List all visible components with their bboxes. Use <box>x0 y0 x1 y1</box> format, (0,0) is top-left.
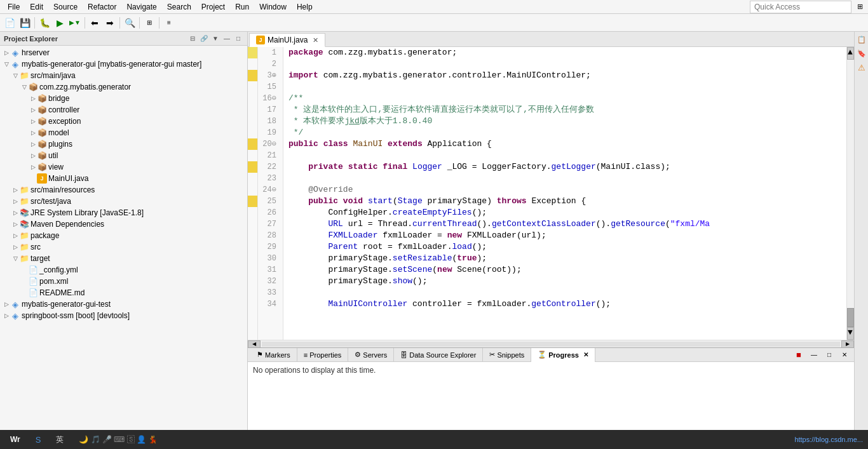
restore-button[interactable]: ⊞ <box>854 1 865 13</box>
tree-item-bridge[interactable]: ▷ 📦 bridge <box>0 93 247 104</box>
menu-window[interactable]: Window <box>254 1 292 13</box>
tree-item-maven[interactable]: ▷ 📚 Maven Dependencies <box>0 218 247 230</box>
tree-item-pom-xml[interactable]: 📄 pom.xml <box>0 276 247 287</box>
marker-28 <box>248 230 257 241</box>
tree-item-util[interactable]: ▷ 📦 util <box>0 150 247 161</box>
tree-item-target[interactable]: ▽ 📁 target <box>0 253 247 264</box>
bottom-tab-properties[interactable]: ≡ Properties <box>297 348 349 362</box>
tree-item-config-yml[interactable]: 📄 _config.yml <box>0 264 247 276</box>
bottom-tab-servers[interactable]: ⚙ Servers <box>348 348 394 362</box>
taskbar-lang[interactable]: S <box>31 434 46 446</box>
code-line-33 <box>288 287 846 298</box>
bottom-tab-markers-label: Markers <box>265 351 290 359</box>
menu-help[interactable]: Help <box>292 1 318 13</box>
stop-btn[interactable]: ■ <box>792 348 806 362</box>
tree-item-src-main-java[interactable]: ▽ 📁 src/main/java <box>0 70 247 81</box>
tree-item-springboot-ssm[interactable]: ▷ ◈ springboot-ssm [boot] [devtools] <box>0 310 247 321</box>
right-btn-3[interactable]: ⚠ <box>855 61 868 74</box>
bottom-tab-progress[interactable]: ⏳ Progress ✕ <box>531 348 595 362</box>
hscroll-right[interactable]: ▶ <box>841 340 854 348</box>
tree-item-package-root[interactable]: ▽ 📦 com.zzg.mybatis.generator <box>0 81 247 93</box>
next-edit-button[interactable]: ➡ <box>103 16 117 30</box>
minimize-icon[interactable]: — <box>222 34 232 44</box>
tree-arrow-plugins: ▷ <box>29 141 37 147</box>
tree-item-model[interactable]: ▷ 📦 model <box>0 127 247 138</box>
tree-item-src-test-java[interactable]: ▷ 📁 src/test/java <box>0 196 247 207</box>
tree-item-controller[interactable]: ▷ 📦 controller <box>0 104 247 116</box>
bottom-tabs-right: ■ — □ ✕ <box>792 348 854 362</box>
new-button[interactable]: 📄 <box>3 16 17 30</box>
right-btn-2[interactable]: 🔖 <box>855 47 868 60</box>
ln-34: 34 <box>258 298 279 310</box>
right-btn-1[interactable]: 📋 <box>855 33 868 46</box>
tree-item-src-main-resources[interactable]: ▷ 📁 src/main/resources <box>0 184 247 196</box>
tree-item-jre[interactable]: ▷ 📚 JRE System Library [JavaSE-1.8] <box>0 207 247 218</box>
code-editor[interactable]: 1 2 3⊕ 15 16⊖ 17 18 19 20⊖ 21 22 23 24⊖ … <box>248 47 854 340</box>
menu-source[interactable]: Source <box>48 1 83 13</box>
save-button[interactable]: 💾 <box>18 16 32 30</box>
tree-arrow-springboot-ssm: ▷ <box>3 312 10 319</box>
scrollbar-thumb[interactable] <box>847 308 854 327</box>
horizontal-scrollbar[interactable]: ◀ ▶ <box>248 340 854 347</box>
tree-item-readme[interactable]: 📄 README.md <box>0 287 247 298</box>
ln-20: 20⊖ <box>258 138 279 150</box>
editor-tab-close[interactable]: ✕ <box>313 36 318 44</box>
maximize-icon[interactable]: □ <box>233 34 243 44</box>
menu-project[interactable]: Project <box>196 1 230 13</box>
bottom-tab-snippets[interactable]: ✂ Snippets <box>483 348 531 362</box>
minimize-view-btn[interactable]: — <box>807 348 821 362</box>
tree-item-mybatis-gui[interactable]: ▽ ◈ mybatis-generator-gui [mybatis-gener… <box>0 58 247 70</box>
src-icon-main-java: 📁 <box>19 70 29 81</box>
menu-refactor[interactable]: Refactor <box>83 1 121 13</box>
editor-tab-mainui[interactable]: J MainUI.java ✕ <box>249 33 325 47</box>
tree-item-plugins[interactable]: ▷ 📦 plugins <box>0 138 247 150</box>
tree-arrow-src-folder: ▷ <box>11 244 19 250</box>
taskbar-input-mode[interactable]: 英 <box>51 433 69 446</box>
bottom-tab-datasource[interactable]: 🗄 Data Source Explorer <box>394 348 483 362</box>
search-btn[interactable]: 🔍 <box>123 16 137 30</box>
run-button[interactable]: ▶ <box>53 16 67 30</box>
menu-bar: File Edit Source Refactor Navigate Searc… <box>0 0 868 14</box>
link-editor-icon[interactable]: 🔗 <box>199 34 209 44</box>
hscroll-left[interactable]: ◀ <box>248 340 261 348</box>
tree-item-exception[interactable]: ▷ 📦 exception <box>0 116 247 127</box>
collapse-all-icon[interactable]: ⊟ <box>187 34 198 44</box>
debug-button[interactable]: 🐛 <box>37 16 51 30</box>
menu-file[interactable]: File <box>3 1 25 13</box>
code-line-16: /** <box>288 93 846 104</box>
quick-access-input[interactable] <box>750 1 851 13</box>
bottom-tab-markers[interactable]: ⚑ Markers <box>250 348 297 362</box>
sidebar-title: Project Explorer <box>4 35 58 43</box>
menu-edit[interactable]: Edit <box>25 1 48 13</box>
tree-item-view[interactable]: ▷ 📦 view <box>0 161 247 173</box>
menu-navigate[interactable]: Navigate <box>121 1 161 13</box>
bottom-tab-close-icon[interactable]: ✕ <box>583 351 588 358</box>
menu-search[interactable]: Search <box>162 1 196 13</box>
tree-item-mainui-java[interactable]: J MainUI.java <box>0 173 247 184</box>
scrollbar-down-arrow[interactable]: ▼ <box>847 327 854 340</box>
folder-icon-package: 📁 <box>19 231 29 241</box>
maximize-view-btn[interactable]: □ <box>822 348 836 362</box>
run-config-button[interactable]: ▶▼ <box>68 16 82 30</box>
marker-3 <box>248 70 257 81</box>
tree-label-jre: JRE System Library [JavaSE-1.8] <box>31 208 144 217</box>
code-content[interactable]: package com.zzg.mybatis.generator; impor… <box>283 47 846 340</box>
tree-label-exception: exception <box>48 117 81 126</box>
properties-icon: ≡ <box>304 351 308 359</box>
code-line-31: primaryStage.setScene(new Scene(root)); <box>288 264 846 276</box>
close-view-btn[interactable]: ✕ <box>837 348 851 362</box>
taskbar-wr[interactable]: Wr <box>5 434 25 445</box>
tree-item-src-folder[interactable]: ▷ 📁 src <box>0 241 247 253</box>
tree-label-resources: src/main/resources <box>31 185 95 194</box>
tree-item-gui-test[interactable]: ▷ ◈ mybatis-generator-gui-test <box>0 298 247 310</box>
menu-run[interactable]: Run <box>230 1 254 13</box>
vertical-scrollbar[interactable]: ▲ ▼ <box>846 47 854 340</box>
toolbar-more[interactable]: ≡ <box>162 16 176 30</box>
view-menu-icon[interactable]: ▼ <box>210 34 220 44</box>
open-perspective-btn[interactable]: ⊞ <box>142 16 156 30</box>
scrollbar-up-arrow[interactable]: ▲ <box>847 47 854 60</box>
bottom-tab-properties-label: Properties <box>309 351 341 359</box>
tree-item-package-folder[interactable]: ▷ 📁 package <box>0 230 247 241</box>
tree-item-hrserver[interactable]: ▷ ◈ hrserver <box>0 47 247 58</box>
prev-edit-button[interactable]: ⬅ <box>88 16 102 30</box>
